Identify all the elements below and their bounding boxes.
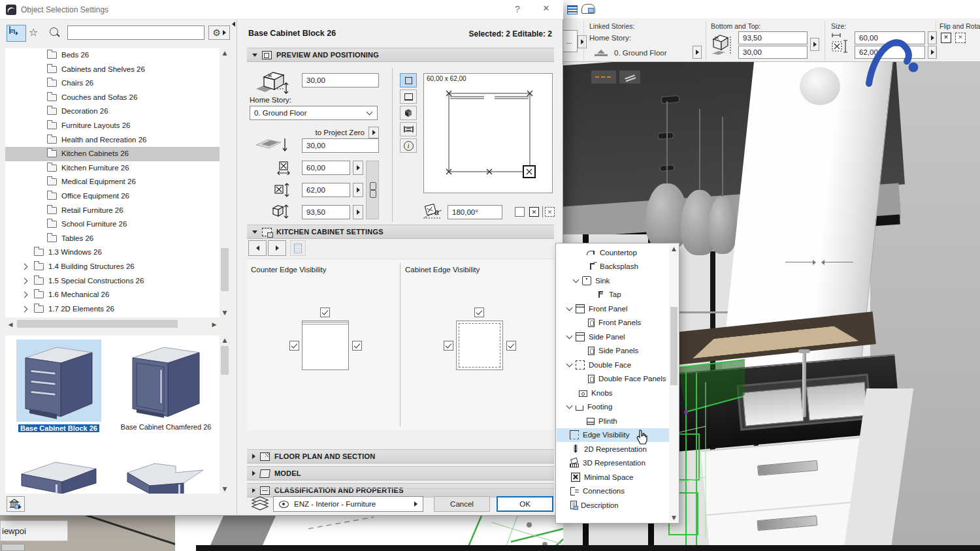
menu-item-edge-visibility[interactable]: Edge Visibility	[557, 428, 669, 443]
tree-item-kitchen-furniture-26[interactable]: Kitchen Furniture 26	[5, 161, 230, 176]
library-tree[interactable]: Beds 26Cabinets and Shelves 26Chairs 26C…	[5, 48, 230, 317]
menu-item-description[interactable]: Description	[557, 498, 669, 512]
preview-plan-box[interactable]: 60,00 x 62,00	[423, 73, 553, 193]
tree-item-1-5-special-constructions-26[interactable]: 1.5 Special Constructions 26	[5, 274, 230, 289]
bottom-top-arrow[interactable]	[810, 38, 819, 51]
search-icon[interactable]	[50, 27, 58, 36]
size-width-input[interactable]: 60,00	[855, 31, 925, 44]
collapse-icon[interactable]	[566, 403, 573, 409]
expand-icon[interactable]	[22, 306, 28, 312]
settings-gear-button[interactable]: ⚙	[208, 25, 230, 40]
project-zero-arrow-button[interactable]	[368, 127, 379, 138]
top-elevation-input[interactable]: 30,00	[302, 73, 379, 87]
menu-item-double-face-panels[interactable]: Double Face Panels	[557, 372, 669, 386]
tree-item-health-and-recreation-26[interactable]: Health and Recreation 26	[5, 133, 230, 148]
preview-2d-button[interactable]	[400, 73, 417, 87]
title-bar[interactable]: Object Selection Settings ? ×	[0, 0, 563, 20]
edge-checkbox-top[interactable]	[320, 307, 330, 317]
library-thumbnail-base-cabinet-chamfered-26[interactable]: Base Cabinet Chamfered 26	[117, 339, 215, 457]
home-story-arrow[interactable]	[693, 46, 702, 59]
menu-item-footing[interactable]: Footing	[557, 400, 669, 415]
mirror-state-none[interactable]	[515, 207, 525, 217]
section-floor-plan-and-section[interactable]: FLOOR PLAN AND SECTION	[247, 449, 554, 464]
tree-item-tables-26[interactable]: Tables 26	[5, 232, 230, 246]
toolbar-chip-cut[interactable]	[619, 71, 640, 84]
cloud-icon[interactable]	[581, 4, 595, 14]
collapse-icon[interactable]	[566, 332, 573, 339]
mirror-state-ghost[interactable]: ✕	[545, 207, 555, 217]
menu-item-front-panels[interactable]: Front Panels	[557, 316, 669, 330]
menu-item-2d-representation[interactable]: 2D Representation	[557, 442, 669, 456]
tree-hscrollbar[interactable]: ◀ ▶	[5, 319, 220, 329]
home-story-value[interactable]: 0. Ground Floor	[614, 49, 667, 57]
collapse-panel-icon[interactable]	[232, 22, 235, 27]
edge-checkbox-right[interactable]	[506, 341, 516, 351]
home-story-select[interactable]: 0. Ground Floor	[250, 106, 378, 120]
tree-item-1-7-2d-elements-26[interactable]: 1.7 2D Elements 26	[5, 302, 230, 317]
depth-input[interactable]: 62,00	[302, 183, 350, 197]
depth-arrow-button[interactable]	[353, 183, 363, 197]
mirror-state-mirrored[interactable]: ✕	[529, 207, 539, 217]
menu-item-backsplash[interactable]: Backsplash	[557, 260, 669, 274]
angle-input[interactable]: 180,00°	[448, 205, 502, 219]
edge-checkbox-left[interactable]	[444, 341, 453, 351]
section-classification-and-properties[interactable]: CLASSIFICATION AND PROPERTIES	[247, 483, 554, 497]
preview-3d-button[interactable]	[400, 106, 417, 120]
menu-item-connections[interactable]: Connections	[557, 484, 669, 499]
page-forward-button[interactable]	[268, 240, 286, 256]
schedule-icon[interactable]	[567, 5, 578, 14]
edge-checkbox-right[interactable]	[352, 341, 362, 351]
menu-item-front-panel[interactable]: Front Panel	[557, 302, 669, 316]
bottom-top-top-input[interactable]: 93,50	[738, 31, 808, 44]
bottom-top-bottom-input[interactable]: 30,00	[738, 46, 808, 59]
library-thumbnail[interactable]	[117, 457, 215, 494]
library-thumbnail-base-cabinet-block-26[interactable]: Base Cabinet Block 26	[10, 339, 108, 457]
ok-button[interactable]: OK	[497, 496, 553, 512]
overflow-field[interactable]: ...	[563, 30, 578, 52]
search-input[interactable]	[67, 25, 204, 40]
collapse-icon[interactable]	[573, 276, 580, 283]
toolbar-chip-dashes[interactable]	[591, 71, 616, 84]
expand-icon[interactable]	[22, 263, 28, 270]
width-input[interactable]: 60,00	[302, 161, 350, 175]
thumbnail-grid[interactable]: Base Cabinet Block 26 Base Cabinet Chamf…	[5, 336, 220, 494]
tree-item-1-3-windows-26[interactable]: 1.3 Windows 26	[5, 245, 230, 260]
tree-item-beds-26[interactable]: Beds 26	[5, 48, 230, 63]
viewpoint-tab[interactable]: iewpoi	[0, 520, 68, 541]
menu-item-side-panels[interactable]: Side Panels	[557, 344, 669, 358]
cancel-button[interactable]: Cancel	[434, 496, 490, 512]
width-arrow-button[interactable]	[353, 161, 363, 175]
size-depth-input[interactable]: 62,00	[855, 46, 925, 59]
link-dimensions-chain[interactable]	[366, 161, 379, 219]
tree-vscrollbar[interactable]: ▲ ▼	[220, 48, 230, 317]
tree-item-chairs-26[interactable]: Chairs 26	[5, 76, 230, 91]
tree-item-kitchen-cabinets-26[interactable]: Kitchen Cabinets 26	[5, 147, 230, 161]
load-library-part-button[interactable]	[7, 496, 25, 512]
bottom-elevation-input[interactable]: 30,00	[302, 138, 379, 153]
height-arrow-button[interactable]	[353, 205, 363, 219]
tree-item-furniture-layouts-26[interactable]: Furniture Layouts 26	[5, 119, 230, 133]
tree-item-school-furniture-26[interactable]: School Furniture 26	[5, 217, 230, 232]
section-preview-positioning[interactable]: PREVIEW AND POSITIONING	[247, 48, 554, 62]
menu-item-minimal-space[interactable]: Minimal Space	[557, 470, 669, 484]
tree-item-1-4-building-structures-26[interactable]: 1.4 Building Structures 26	[5, 260, 230, 274]
menu-item-tap[interactable]: Tap	[557, 288, 669, 302]
close-button[interactable]: ×	[543, 2, 549, 15]
rotate-icon[interactable]: ✕	[955, 33, 966, 43]
tree-item-office-equipment-26[interactable]: Office Equipment 26	[5, 189, 230, 204]
favorites-icon[interactable]: ☆	[29, 26, 38, 39]
menu-item-plinth[interactable]: Plinth	[557, 414, 669, 428]
height-input[interactable]: 93,50	[302, 205, 350, 219]
menu-item-countertop[interactable]: Countertop	[557, 245, 669, 260]
menu-item-sink[interactable]: Sink	[557, 274, 669, 288]
preview-info-button[interactable]: i	[400, 138, 417, 153]
object-type-button[interactable]	[7, 25, 26, 42]
flip-icon[interactable]: ✕	[941, 33, 951, 43]
tree-item-medical-equipment-26[interactable]: Medical Equipment 26	[5, 175, 230, 189]
section-model[interactable]: MODEL	[247, 466, 554, 480]
menu-item-side-panel[interactable]: Side Panel	[557, 330, 669, 344]
help-button[interactable]: ?	[515, 4, 520, 14]
preview-front-button[interactable]	[400, 89, 417, 104]
edge-checkbox-top[interactable]	[474, 307, 484, 317]
menu-item-double-face[interactable]: Double Face	[557, 358, 669, 372]
